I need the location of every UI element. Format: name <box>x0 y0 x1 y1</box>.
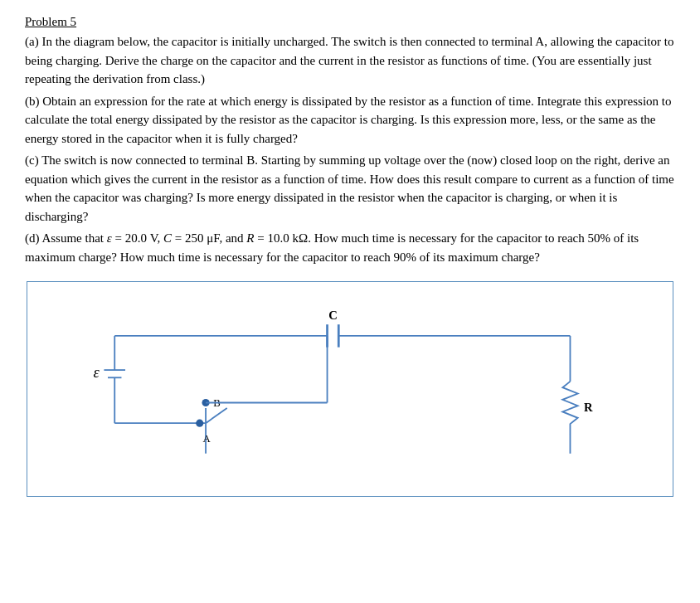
problem-title: Problem 5 <box>25 15 675 29</box>
svg-text:R: R <box>584 401 593 414</box>
part-b: (b) Obtain an expression for the rate at… <box>25 92 675 148</box>
part-c: (c) The switch is now connected to termi… <box>25 151 675 226</box>
svg-text:ε: ε <box>94 364 100 381</box>
problem-text: (a) In the diagram below, the capacitor … <box>25 32 675 266</box>
svg-text:A: A <box>202 433 211 445</box>
part-a: (a) In the diagram below, the capacitor … <box>25 32 675 89</box>
svg-point-19 <box>196 420 203 427</box>
svg-line-21 <box>206 408 227 423</box>
part-d: (d) Assume that ε = 20.0 V, C = 250 μF, … <box>25 229 675 266</box>
circuit-diagram: ε C R B <box>27 281 673 497</box>
assume-that: Assume that <box>41 231 104 245</box>
svg-text:C: C <box>328 309 338 322</box>
